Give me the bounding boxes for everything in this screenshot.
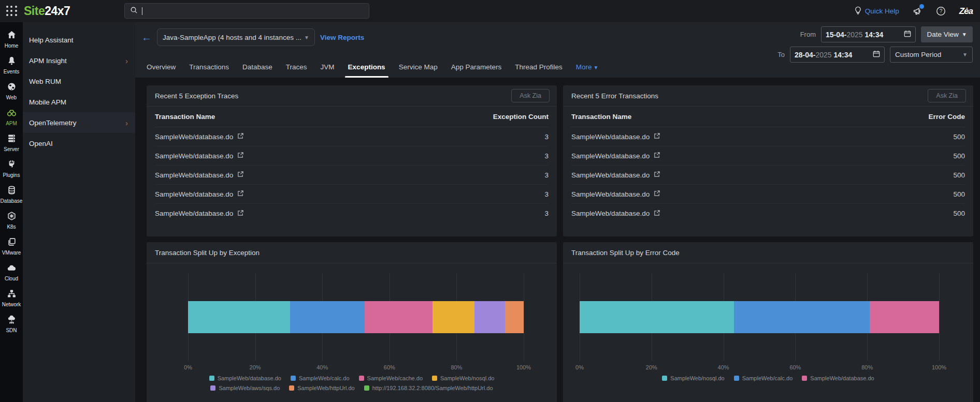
sidebar-item-mobile-apm[interactable]: Mobile APM bbox=[23, 92, 135, 112]
transaction-link[interactable]: SampleWeb/database.do bbox=[155, 152, 244, 160]
tab-thread-profiles[interactable]: Thread Profiles bbox=[515, 63, 563, 78]
sidebar-item-apm-insight[interactable]: APM Insight› bbox=[23, 50, 135, 71]
column-header-error-code: Error Code bbox=[928, 113, 965, 121]
zia-icon[interactable]: Zėa bbox=[959, 6, 973, 17]
calendar-icon[interactable] bbox=[904, 30, 911, 39]
svg-text:?: ? bbox=[939, 8, 942, 14]
transaction-link[interactable]: SampleWeb/database.do bbox=[155, 210, 244, 218]
sidebar-item-web-rum[interactable]: Web RUM bbox=[23, 71, 135, 92]
from-label: From bbox=[798, 31, 816, 38]
bar-segment[interactable] bbox=[290, 301, 365, 333]
transaction-link[interactable]: SampleWeb/database.do bbox=[155, 190, 244, 198]
bar-segment[interactable] bbox=[433, 301, 475, 333]
tab-app-parameters[interactable]: App Parameters bbox=[451, 63, 502, 78]
stacked-bar bbox=[580, 301, 939, 333]
external-link-icon bbox=[237, 190, 244, 198]
tab-transactions[interactable]: Transactions bbox=[189, 63, 229, 78]
rail-item-database[interactable]: Database bbox=[0, 183, 23, 207]
search-input[interactable] bbox=[124, 3, 369, 19]
custom-period-select[interactable]: Custom Period ▼ bbox=[890, 47, 973, 63]
sidebar-item-openai[interactable]: OpenAI bbox=[23, 133, 135, 154]
sidebar-item-help-assistant[interactable]: Help Assistant bbox=[23, 29, 135, 50]
value-cell: 3 bbox=[544, 190, 549, 198]
error-code-split-chart-panel: Transaction Split Up by Error Code 0%20%… bbox=[563, 242, 973, 402]
tab-exceptions[interactable]: Exceptions bbox=[348, 63, 385, 78]
rail-item-network[interactable]: Network bbox=[0, 286, 23, 311]
bar-segment[interactable] bbox=[365, 301, 432, 333]
legend-item[interactable]: http://192.168.32.2:8080/SampleWeb/httpU… bbox=[364, 385, 493, 391]
transaction-link[interactable]: SampleWeb/database.do bbox=[571, 152, 660, 160]
help-icon[interactable]: ? bbox=[936, 6, 946, 16]
left-icon-rail: Home Events Web APM Server Plugins Datab… bbox=[0, 22, 23, 402]
bar-segment[interactable] bbox=[474, 301, 505, 333]
rail-item-home[interactable]: Home bbox=[0, 27, 23, 52]
tab-more[interactable]: More▼ bbox=[576, 63, 599, 78]
transaction-link[interactable]: SampleWeb/database.do bbox=[155, 132, 244, 141]
bar-segment[interactable] bbox=[870, 301, 939, 333]
chevron-right-icon: › bbox=[125, 56, 128, 65]
tab-traces[interactable]: Traces bbox=[286, 63, 307, 78]
legend-item[interactable]: SampleWeb/nosql.do bbox=[662, 375, 724, 381]
tab-database[interactable]: Database bbox=[242, 63, 272, 78]
bar-segment[interactable] bbox=[734, 301, 870, 333]
legend-swatch bbox=[210, 385, 215, 391]
rail-item-web[interactable]: Web bbox=[0, 79, 23, 104]
legend-swatch bbox=[209, 376, 214, 381]
back-arrow-icon[interactable]: ← bbox=[141, 32, 152, 42]
legend-item[interactable]: SampleWeb/cache.do bbox=[359, 375, 423, 381]
search-icon bbox=[130, 6, 138, 16]
legend-item[interactable]: SampleWeb/aws/sqs.do bbox=[210, 385, 280, 391]
transaction-link[interactable]: SampleWeb/database.do bbox=[571, 171, 660, 179]
chevron-down-icon: ▼ bbox=[304, 35, 309, 40]
site24x7-logo[interactable]: Site24x7 bbox=[24, 4, 70, 18]
to-date-input[interactable]: 28-04-2025 14:34 bbox=[790, 47, 885, 63]
view-reports-link[interactable]: View Reports bbox=[320, 34, 364, 41]
bar-segment[interactable] bbox=[580, 301, 734, 333]
transaction-link[interactable]: SampleWeb/database.do bbox=[155, 171, 244, 179]
cloud-icon bbox=[7, 263, 16, 274]
tab-service-map[interactable]: Service Map bbox=[399, 63, 438, 78]
rail-item-apm[interactable]: APM bbox=[0, 105, 23, 130]
app-grid-icon[interactable] bbox=[6, 6, 18, 17]
ask-zia-button[interactable]: Ask Zia bbox=[928, 89, 966, 102]
legend-item[interactable]: SampleWeb/httpUrl.do bbox=[289, 385, 354, 391]
tab-overview[interactable]: Overview bbox=[147, 63, 176, 78]
legend-item[interactable]: SampleWeb/database.do bbox=[209, 375, 281, 381]
external-link-icon bbox=[654, 132, 660, 141]
external-link-icon bbox=[237, 171, 244, 179]
rail-item-events[interactable]: Events bbox=[0, 53, 23, 78]
date-view-button[interactable]: Date View ▼ bbox=[921, 26, 973, 42]
rail-item-sdn[interactable]: SDN bbox=[0, 312, 23, 337]
from-date-input[interactable]: 15-04-2025 14:34 bbox=[821, 26, 916, 42]
quick-help-button[interactable]: Quick Help bbox=[854, 6, 899, 16]
legend-item[interactable]: SampleWeb/database.do bbox=[802, 375, 874, 381]
announcements-icon[interactable] bbox=[913, 6, 923, 16]
legend-item[interactable]: SampleWeb/calc.do bbox=[291, 375, 350, 381]
rail-item-vmware[interactable]: VMware bbox=[0, 234, 23, 259]
value-cell: 500 bbox=[953, 210, 965, 217]
chevron-down-icon: ▼ bbox=[962, 32, 967, 37]
transaction-link[interactable]: SampleWeb/database.do bbox=[571, 132, 660, 141]
ask-zia-button[interactable]: Ask Zia bbox=[511, 89, 550, 102]
transaction-link[interactable]: SampleWeb/database.do bbox=[571, 210, 660, 218]
legend-item[interactable]: SampleWeb/nosql.do bbox=[432, 375, 494, 381]
text-cursor bbox=[142, 7, 142, 15]
chart-legend: SampleWeb/nosql.do SampleWeb/calc.do Sam… bbox=[613, 375, 924, 381]
legend-item[interactable]: SampleWeb/calc.do bbox=[734, 375, 793, 381]
plug-icon bbox=[7, 160, 16, 171]
rail-item-plugins[interactable]: Plugins bbox=[0, 157, 23, 182]
bar-segment[interactable] bbox=[188, 301, 290, 333]
bar-segment[interactable] bbox=[505, 301, 524, 333]
rail-item-server[interactable]: Server bbox=[0, 131, 23, 156]
tab-jvm[interactable]: JVM bbox=[321, 63, 335, 78]
calendar-icon[interactable] bbox=[873, 50, 880, 59]
axis-tick-label: 40% bbox=[316, 364, 328, 370]
legend-swatch bbox=[359, 376, 364, 381]
rail-item-cloud[interactable]: Cloud bbox=[0, 260, 23, 285]
rail-item-k8s[interactable]: K8s bbox=[0, 209, 23, 233]
sidebar-item-opentelemetry[interactable]: OpenTelemetry› bbox=[23, 112, 135, 133]
transaction-link[interactable]: SampleWeb/database.do bbox=[571, 190, 660, 198]
app-selector-dropdown[interactable]: Java-SampleApp (4 hosts and 4 instances … bbox=[157, 28, 315, 46]
x-axis: 0%20%40%60%80%100% bbox=[188, 364, 524, 373]
table-row: SampleWeb/database.do 500 bbox=[571, 146, 965, 166]
